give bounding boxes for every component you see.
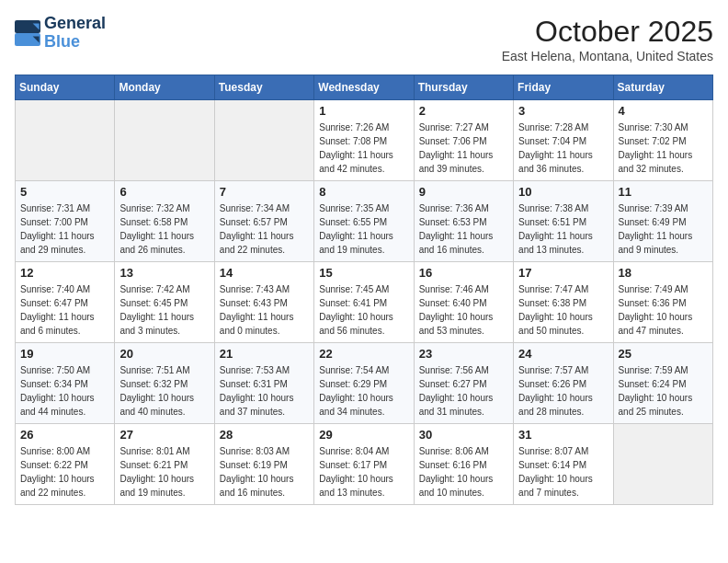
table-row: 5Sunrise: 7:31 AMSunset: 7:00 PMDaylight… (16, 181, 115, 262)
daylight-text-2: and 28 minutes. (518, 405, 608, 419)
daylight-text-2: and 13 minutes. (518, 243, 608, 257)
day-info: Sunrise: 7:26 AMSunset: 7:08 PMDaylight:… (319, 121, 408, 176)
daylight-text: Daylight: 11 hours (119, 229, 209, 243)
sunrise-text: Sunrise: 7:31 AM (20, 201, 109, 215)
table-row: 11Sunrise: 7:39 AMSunset: 6:49 PMDayligh… (613, 181, 712, 262)
sunrise-text: Sunrise: 7:26 AM (319, 121, 408, 134)
day-info: Sunrise: 8:07 AMSunset: 6:14 PMDaylight:… (518, 444, 608, 500)
title-block: October 2025 East Helena, Montana, Unite… (502, 15, 713, 63)
day-info: Sunrise: 7:36 AMSunset: 6:53 PMDaylight:… (419, 201, 508, 257)
sunset-text: Sunset: 6:34 PM (20, 377, 109, 391)
sunrise-text: Sunrise: 7:35 AM (319, 201, 408, 215)
table-row (16, 100, 115, 181)
daylight-text: Daylight: 11 hours (220, 310, 309, 324)
sunset-text: Sunset: 6:57 PM (220, 215, 309, 229)
daylight-text-2: and 13 minutes. (319, 486, 408, 500)
day-number: 11 (619, 185, 708, 199)
calendar-week-row: 1Sunrise: 7:26 AMSunset: 7:08 PMDaylight… (16, 100, 713, 181)
table-row: 18Sunrise: 7:49 AMSunset: 6:36 PMDayligh… (613, 262, 712, 343)
calendar: Sunday Monday Tuesday Wednesday Thursday… (15, 75, 713, 505)
sunset-text: Sunset: 6:53 PM (419, 215, 508, 229)
sunrise-text: Sunrise: 7:42 AM (119, 282, 209, 296)
daylight-text: Daylight: 11 hours (619, 229, 708, 243)
day-info: Sunrise: 7:42 AMSunset: 6:45 PMDaylight:… (119, 282, 209, 338)
sunset-text: Sunset: 6:17 PM (319, 458, 408, 472)
logo-line2: Blue (44, 32, 80, 51)
day-number: 17 (518, 266, 608, 280)
sunset-text: Sunset: 7:06 PM (419, 134, 508, 148)
daylight-text-2: and 32 minutes. (619, 162, 708, 176)
table-row: 29Sunrise: 8:04 AMSunset: 6:17 PMDayligh… (314, 424, 414, 505)
table-row: 16Sunrise: 7:46 AMSunset: 6:40 PMDayligh… (414, 262, 513, 343)
day-info: Sunrise: 8:06 AMSunset: 6:16 PMDaylight:… (419, 444, 508, 500)
daylight-text: Daylight: 10 hours (419, 472, 508, 486)
day-number: 27 (119, 428, 209, 442)
sunrise-text: Sunrise: 8:03 AM (220, 444, 309, 458)
daylight-text: Daylight: 10 hours (619, 391, 708, 405)
day-info: Sunrise: 7:39 AMSunset: 6:49 PMDaylight:… (619, 201, 708, 257)
day-number: 8 (319, 185, 408, 199)
table-row: 20Sunrise: 7:51 AMSunset: 6:32 PMDayligh… (115, 343, 214, 424)
table-row: 10Sunrise: 7:38 AMSunset: 6:51 PMDayligh… (514, 181, 613, 262)
sunset-text: Sunset: 6:38 PM (518, 296, 608, 310)
daylight-text-2: and 37 minutes. (220, 405, 309, 419)
sunset-text: Sunset: 6:19 PM (220, 458, 309, 472)
day-number: 6 (119, 185, 209, 199)
daylight-text-2: and 22 minutes. (20, 486, 109, 500)
sunrise-text: Sunrise: 7:49 AM (619, 282, 708, 296)
daylight-text-2: and 50 minutes. (518, 324, 608, 338)
day-number: 12 (20, 266, 109, 280)
day-number: 14 (220, 266, 309, 280)
day-info: Sunrise: 7:54 AMSunset: 6:29 PMDaylight:… (319, 363, 408, 419)
sunrise-text: Sunrise: 7:27 AM (419, 121, 508, 134)
col-wednesday: Wednesday (314, 75, 414, 100)
daylight-text: Daylight: 11 hours (419, 229, 508, 243)
table-row: 1Sunrise: 7:26 AMSunset: 7:08 PMDaylight… (314, 100, 414, 181)
daylight-text-2: and 19 minutes. (119, 486, 209, 500)
sunset-text: Sunset: 6:31 PM (220, 377, 309, 391)
sunset-text: Sunset: 6:14 PM (518, 458, 608, 472)
day-number: 15 (319, 266, 408, 280)
sunset-text: Sunset: 6:58 PM (119, 215, 209, 229)
day-number: 26 (20, 428, 109, 442)
sunset-text: Sunset: 6:43 PM (220, 296, 309, 310)
daylight-text-2: and 25 minutes. (619, 405, 708, 419)
sunrise-text: Sunrise: 8:00 AM (20, 444, 109, 458)
daylight-text: Daylight: 10 hours (319, 472, 408, 486)
table-row: 14Sunrise: 7:43 AMSunset: 6:43 PMDayligh… (214, 262, 313, 343)
day-info: Sunrise: 7:31 AMSunset: 7:00 PMDaylight:… (20, 201, 109, 257)
daylight-text-2: and 16 minutes. (419, 243, 508, 257)
table-row: 13Sunrise: 7:42 AMSunset: 6:45 PMDayligh… (115, 262, 214, 343)
daylight-text-2: and 29 minutes. (20, 243, 109, 257)
day-info: Sunrise: 7:40 AMSunset: 6:47 PMDaylight:… (20, 282, 109, 338)
table-row: 7Sunrise: 7:34 AMSunset: 6:57 PMDaylight… (214, 181, 313, 262)
sunrise-text: Sunrise: 7:39 AM (619, 201, 708, 215)
sunrise-text: Sunrise: 7:32 AM (119, 201, 209, 215)
day-number: 4 (619, 104, 708, 118)
daylight-text: Daylight: 10 hours (20, 472, 109, 486)
daylight-text-2: and 42 minutes. (319, 162, 408, 176)
day-info: Sunrise: 7:32 AMSunset: 6:58 PMDaylight:… (119, 201, 209, 257)
daylight-text: Daylight: 10 hours (518, 310, 608, 324)
day-info: Sunrise: 7:27 AMSunset: 7:06 PMDaylight:… (419, 121, 508, 176)
daylight-text: Daylight: 11 hours (319, 148, 408, 162)
logo: General Blue (15, 15, 106, 52)
daylight-text: Daylight: 10 hours (419, 391, 508, 405)
day-number: 19 (20, 347, 109, 361)
day-number: 7 (220, 185, 309, 199)
sunset-text: Sunset: 6:51 PM (518, 215, 608, 229)
sunset-text: Sunset: 6:55 PM (319, 215, 408, 229)
sunrise-text: Sunrise: 7:54 AM (319, 363, 408, 377)
table-row: 4Sunrise: 7:30 AMSunset: 7:02 PMDaylight… (613, 100, 712, 181)
col-sunday: Sunday (16, 75, 115, 100)
day-number: 1 (319, 104, 408, 118)
daylight-text-2: and 0 minutes. (220, 324, 309, 338)
daylight-text: Daylight: 11 hours (518, 148, 608, 162)
sunrise-text: Sunrise: 7:50 AM (20, 363, 109, 377)
sunset-text: Sunset: 6:47 PM (20, 296, 109, 310)
daylight-text-2: and 31 minutes. (419, 405, 508, 419)
table-row: 22Sunrise: 7:54 AMSunset: 6:29 PMDayligh… (314, 343, 414, 424)
calendar-week-row: 19Sunrise: 7:50 AMSunset: 6:34 PMDayligh… (16, 343, 713, 424)
sunset-text: Sunset: 6:16 PM (419, 458, 508, 472)
sunset-text: Sunset: 6:36 PM (619, 296, 708, 310)
